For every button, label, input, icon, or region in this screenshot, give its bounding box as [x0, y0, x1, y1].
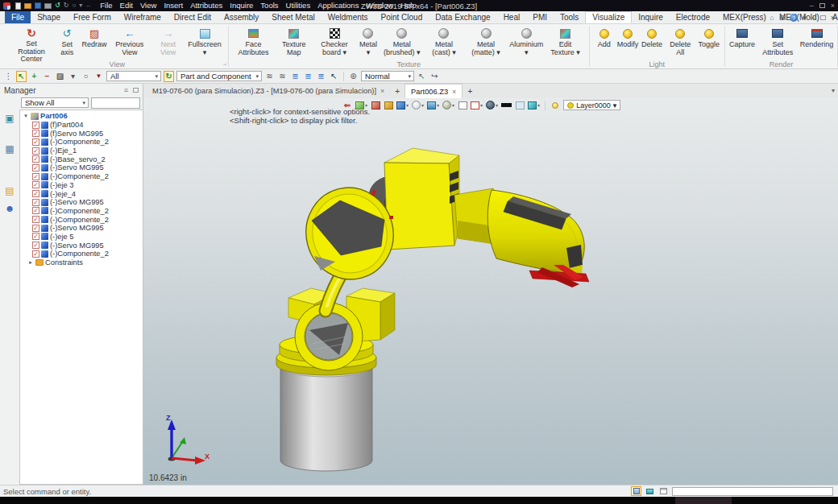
tree-item[interactable]: ✓(-)eje_4: [20, 189, 143, 198]
edit-texture-button[interactable]: Edit Texture ▾: [545, 27, 586, 60]
section-view-icon[interactable]: [458, 100, 467, 110]
document-tab-m19[interactable]: M19-076-00 (para Simulacion).Z3 - [M19-0…: [147, 84, 390, 98]
metal-cast-button[interactable]: Metal (cast) ▾: [424, 27, 464, 60]
tree-item[interactable]: ✓(-)Servo MG995: [20, 241, 143, 250]
face-attributes-button[interactable]: Face Attributes: [232, 27, 276, 60]
link-icon[interactable]: ↪: [429, 71, 440, 82]
tree-constraints[interactable]: ▸ Constraints: [20, 258, 143, 267]
help-icon[interactable]: ?: [790, 14, 798, 22]
tab-list-caret-icon[interactable]: ▾: [832, 87, 835, 94]
visibility-checkbox[interactable]: ✓: [32, 216, 39, 223]
tab-direct-edit[interactable]: Direct Edit: [168, 11, 218, 23]
visibility-checkbox[interactable]: ✓: [32, 181, 39, 188]
role-manager-tab-icon[interactable]: ☻: [5, 203, 15, 214]
monitor-icon[interactable]: [645, 486, 655, 496]
plane-display-icon[interactable]: [515, 100, 525, 110]
pick-arrow-icon[interactable]: ↖: [329, 71, 339, 82]
tab-weldments[interactable]: Weldments: [322, 11, 375, 23]
visibility-checkbox[interactable]: ✓: [32, 130, 39, 137]
window-select-icon[interactable]: ▨: [55, 71, 65, 82]
tree-item[interactable]: ✓(-)eje 5: [20, 233, 143, 242]
assembly-manager-tab-icon[interactable]: ▦: [5, 143, 14, 155]
print-icon[interactable]: [44, 3, 52, 9]
tree-item[interactable]: ✓(-)Componente_2: [20, 215, 143, 224]
remove-selection-icon[interactable]: −: [42, 71, 52, 82]
visibility-checkbox[interactable]: ✓: [32, 138, 39, 146]
previous-view-button[interactable]: ← Previous View: [108, 27, 151, 60]
tab-sheet-metal[interactable]: Sheet Metal: [265, 11, 321, 23]
toolbar-grip-icon[interactable]: ⋮: [3, 71, 14, 82]
checker-board-button[interactable]: Checker board ▾: [313, 27, 356, 60]
visibility-checkbox[interactable]: ✓: [32, 233, 39, 240]
background-icon[interactable]: ▾: [486, 100, 498, 110]
tree-root[interactable]: ▾ Part006: [20, 112, 143, 121]
tree-item[interactable]: ✓(-)Servo MG995: [20, 198, 143, 207]
fullscreen-button[interactable]: Fullscreen ▾: [185, 27, 225, 60]
list-stack-icon-3[interactable]: ≣: [316, 71, 326, 82]
visibility-checkbox[interactable]: ✓: [32, 199, 39, 206]
lasso-select-icon[interactable]: ○: [81, 71, 91, 82]
new-tab-icon[interactable]: +: [463, 84, 477, 98]
filter-combo[interactable]: All▾: [106, 71, 161, 81]
view-orientation-icon[interactable]: ▾: [396, 100, 409, 110]
pick-filter-icon[interactable]: [631, 486, 641, 496]
align-icon-1[interactable]: ≋: [264, 71, 275, 82]
tree-item[interactable]: ✓(f)Servo MG995: [20, 129, 143, 138]
new-tab-icon[interactable]: +: [390, 84, 404, 98]
expander-icon[interactable]: ▸: [27, 259, 34, 266]
tab-wireframe[interactable]: Wireframe: [118, 11, 168, 23]
visibility-checkbox[interactable]: ✓: [32, 173, 39, 180]
scope-mode-icon[interactable]: ↻: [164, 71, 174, 82]
layer-combo[interactable]: Layer0000 ▾: [563, 100, 620, 110]
menu-utilities[interactable]: Utilities: [286, 0, 311, 11]
set-rotation-center-button[interactable]: ↻ Set Rotation Center: [10, 27, 53, 60]
restore-icon[interactable]: [819, 3, 825, 8]
tab-pmi[interactable]: PMI: [526, 11, 554, 23]
tab-tools[interactable]: Tools: [554, 11, 585, 23]
tab-shape[interactable]: Shape: [31, 11, 67, 23]
expander-icon[interactable]: ▾: [23, 113, 29, 119]
align-icon-2[interactable]: ≋: [277, 71, 288, 82]
menu-insert[interactable]: Insert: [164, 0, 183, 11]
pick-mode-icon[interactable]: ↖: [16, 71, 27, 82]
quick-access-caret-icon[interactable]: ▾: [79, 2, 82, 10]
aluminium-button[interactable]: Aluminium ▾: [508, 27, 545, 60]
tree-item[interactable]: ✓(-)Servo MG995: [20, 163, 143, 172]
add-selection-icon[interactable]: +: [29, 71, 39, 82]
show-all-combo[interactable]: Show All▾: [21, 97, 89, 108]
undo-icon[interactable]: ↺: [55, 2, 60, 10]
visual-manager-tab-icon[interactable]: ▤: [5, 185, 14, 196]
doc-restore-icon[interactable]: [820, 15, 826, 20]
shade-cube-icon[interactable]: [384, 100, 393, 110]
document-tab-part006[interactable]: Part006.Z3 ×: [404, 84, 463, 98]
robot-arm-model[interactable]: [143, 98, 838, 485]
tree-item[interactable]: ✓(-)Base_servo_2: [20, 155, 143, 163]
rendering-button[interactable]: Rendering: [799, 27, 834, 60]
light-add-button[interactable]: Add: [593, 27, 616, 60]
light-toggle-button[interactable]: Toggle: [697, 27, 721, 60]
list-stack-icon-2[interactable]: ≣: [303, 71, 313, 82]
set-axis-button[interactable]: ↺ Set axis: [53, 27, 81, 60]
close-tab-icon[interactable]: ×: [452, 88, 456, 96]
visibility-checkbox[interactable]: ✓: [32, 122, 39, 129]
snap-mode-icon[interactable]: ⊛: [348, 71, 359, 82]
collapse-ribbon-icon[interactable]: ←: [85, 2, 92, 10]
caret-icon[interactable]: ▾: [68, 71, 78, 82]
open-file-icon[interactable]: [24, 3, 31, 9]
tab-data-exchange[interactable]: Data Exchange: [429, 11, 496, 23]
filter-funnel-icon[interactable]: ▼: [93, 71, 104, 82]
paint-icon[interactable]: [371, 100, 380, 110]
visibility-checkbox[interactable]: ✓: [32, 147, 39, 155]
manager-menu-icon[interactable]: ≡: [124, 86, 128, 94]
new-file-icon[interactable]: [15, 2, 21, 10]
tree-item[interactable]: ✓(-)Eje_1: [20, 147, 143, 155]
tree-item[interactable]: ✓(-)eje 3: [20, 181, 143, 190]
manager-search-box[interactable]: [91, 97, 140, 109]
snap-combo[interactable]: Normal▾: [361, 71, 414, 81]
light-delete-button[interactable]: Delete: [640, 27, 664, 60]
visibility-checkbox[interactable]: ✓: [32, 190, 39, 197]
select-tool-icon[interactable]: ↖: [417, 71, 427, 82]
visibility-checkbox[interactable]: ✓: [32, 225, 39, 232]
scope-combo[interactable]: Part and Component▾: [176, 71, 262, 81]
view-history-icon[interactable]: ▾: [412, 100, 424, 110]
